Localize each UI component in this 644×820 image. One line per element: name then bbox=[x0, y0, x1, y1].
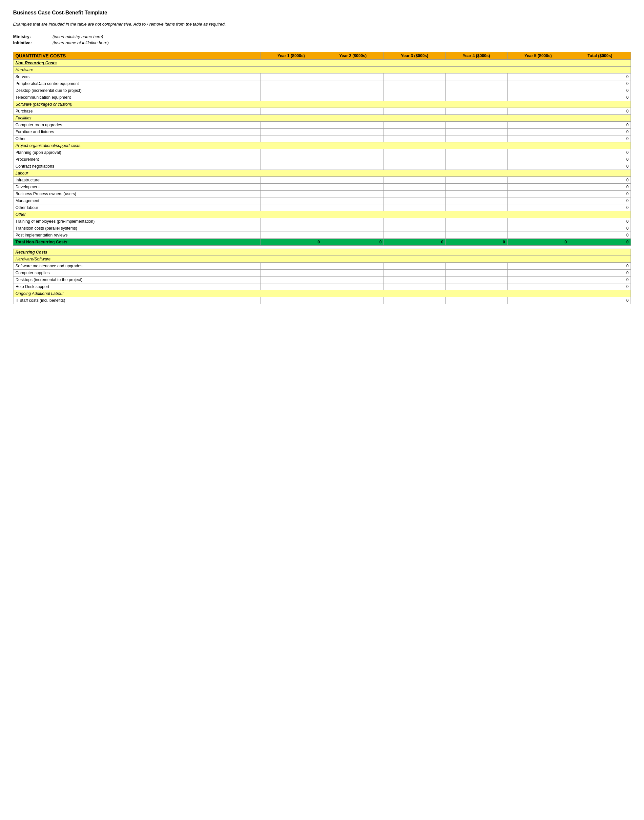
year1-cell bbox=[260, 128, 322, 135]
year4-cell bbox=[446, 197, 507, 204]
year1-cell bbox=[260, 218, 322, 225]
year1-cell bbox=[260, 107, 322, 115]
year5-cell bbox=[507, 94, 569, 101]
row-label: Furniture and fixtures bbox=[14, 128, 261, 135]
table-row: Servers0 bbox=[14, 73, 631, 80]
year2-cell bbox=[322, 197, 384, 204]
total-cell: 0 bbox=[569, 231, 630, 238]
year4-cell bbox=[446, 276, 507, 283]
year2-cell bbox=[322, 190, 384, 197]
year4-cell bbox=[446, 128, 507, 135]
total-cell: 0 bbox=[569, 262, 630, 269]
page-title: Business Case Cost-Benefit Template bbox=[13, 10, 631, 16]
year5-cell bbox=[507, 121, 569, 128]
year4-cell bbox=[446, 269, 507, 276]
row-label: Help Desk support bbox=[14, 283, 261, 290]
year3-cell bbox=[384, 297, 446, 304]
year1-cell bbox=[260, 73, 322, 80]
table-row: IT staff costs (incl. benefits)0 bbox=[14, 297, 631, 304]
subcategory-row: Hardware/Software bbox=[14, 256, 631, 262]
year5-cell bbox=[507, 231, 569, 238]
table-header-row: QUANTITATIVE COSTS Year 1 ($000s) Year 2… bbox=[14, 52, 631, 59]
total-year4: 0 bbox=[446, 238, 507, 245]
row-label: IT staff costs (incl. benefits) bbox=[14, 297, 261, 304]
year1-cell bbox=[260, 262, 322, 269]
row-label: Peripherals/Data centre equipment bbox=[14, 80, 261, 87]
year4-cell bbox=[446, 190, 507, 197]
year5-cell bbox=[507, 283, 569, 290]
table-row: Contract negotiations0 bbox=[14, 163, 631, 170]
year4-cell bbox=[446, 73, 507, 80]
year1-cell bbox=[260, 156, 322, 163]
year1-cell bbox=[260, 276, 322, 283]
year2-cell bbox=[322, 297, 384, 304]
year1-cell bbox=[260, 190, 322, 197]
row-label: Contract negotiations bbox=[14, 163, 261, 170]
row-label: Other labour bbox=[14, 204, 261, 211]
row-label: Planning (upon approval) bbox=[14, 149, 261, 156]
row-label: Infrastructure bbox=[14, 176, 261, 183]
year5-cell bbox=[507, 107, 569, 115]
year1-cell bbox=[260, 297, 322, 304]
header-year5: Year 5 ($000s) bbox=[507, 52, 569, 59]
row-label: Computer supplies bbox=[14, 269, 261, 276]
year2-cell bbox=[322, 276, 384, 283]
year4-cell bbox=[446, 204, 507, 211]
year3-cell bbox=[384, 121, 446, 128]
year5-cell bbox=[507, 204, 569, 211]
year2-cell bbox=[322, 80, 384, 87]
subcategory-cell: Facilities bbox=[14, 115, 631, 121]
total-cell: 0 bbox=[569, 128, 630, 135]
year3-cell bbox=[384, 87, 446, 94]
table-row: Training of employees (pre-implementatio… bbox=[14, 218, 631, 225]
subcategory-cell: Labour bbox=[14, 170, 631, 176]
year3-cell bbox=[384, 283, 446, 290]
total-cell: 0 bbox=[569, 156, 630, 163]
year1-cell bbox=[260, 121, 322, 128]
year1-cell bbox=[260, 283, 322, 290]
row-label: Purchase bbox=[14, 107, 261, 115]
table-row: Infrastructure0 bbox=[14, 176, 631, 183]
year2-cell bbox=[322, 87, 384, 94]
year3-cell bbox=[384, 197, 446, 204]
year3-cell bbox=[384, 176, 446, 183]
row-label: Computer room upgrades bbox=[14, 121, 261, 128]
row-label: Training of employees (pre-implementatio… bbox=[14, 218, 261, 225]
year1-cell bbox=[260, 80, 322, 87]
year4-cell bbox=[446, 225, 507, 231]
year3-cell bbox=[384, 163, 446, 170]
year3-cell bbox=[384, 107, 446, 115]
total-cell: 0 bbox=[569, 121, 630, 128]
year3-cell bbox=[384, 269, 446, 276]
year2-cell bbox=[322, 128, 384, 135]
table-row: Transition costs (parallel systems)0 bbox=[14, 225, 631, 231]
table-row: Procurement0 bbox=[14, 156, 631, 163]
year2-cell bbox=[322, 269, 384, 276]
year3-cell bbox=[384, 73, 446, 80]
year1-cell bbox=[260, 231, 322, 238]
subcategory-row: Labour bbox=[14, 170, 631, 176]
year2-cell bbox=[322, 204, 384, 211]
initiative-value: (insert name of initiative here) bbox=[52, 40, 109, 45]
subcategory-cell: Project organizational/support costs bbox=[14, 142, 631, 149]
row-label: Development bbox=[14, 183, 261, 190]
year4-cell bbox=[446, 149, 507, 156]
cost-benefit-table: QUANTITATIVE COSTS Year 1 ($000s) Year 2… bbox=[13, 52, 631, 304]
table-row: Other labour0 bbox=[14, 204, 631, 211]
year3-cell bbox=[384, 276, 446, 283]
header-total: Total ($000s) bbox=[569, 52, 630, 59]
total-cell: 0 bbox=[569, 190, 630, 197]
year3-cell bbox=[384, 94, 446, 101]
year5-cell bbox=[507, 128, 569, 135]
total-cell: 0 bbox=[569, 87, 630, 94]
year4-cell bbox=[446, 80, 507, 87]
year5-cell bbox=[507, 149, 569, 156]
header-year4: Year 4 ($000s) bbox=[446, 52, 507, 59]
year2-cell bbox=[322, 283, 384, 290]
category-header-cell: Recurring Costs bbox=[14, 248, 631, 256]
description-text: Examples that are included in the table … bbox=[13, 21, 631, 28]
year5-cell bbox=[507, 80, 569, 87]
ministry-value: (insert ministry name here) bbox=[52, 34, 103, 39]
header-year1: Year 1 ($000s) bbox=[260, 52, 322, 59]
subcategory-row: Facilities bbox=[14, 115, 631, 121]
